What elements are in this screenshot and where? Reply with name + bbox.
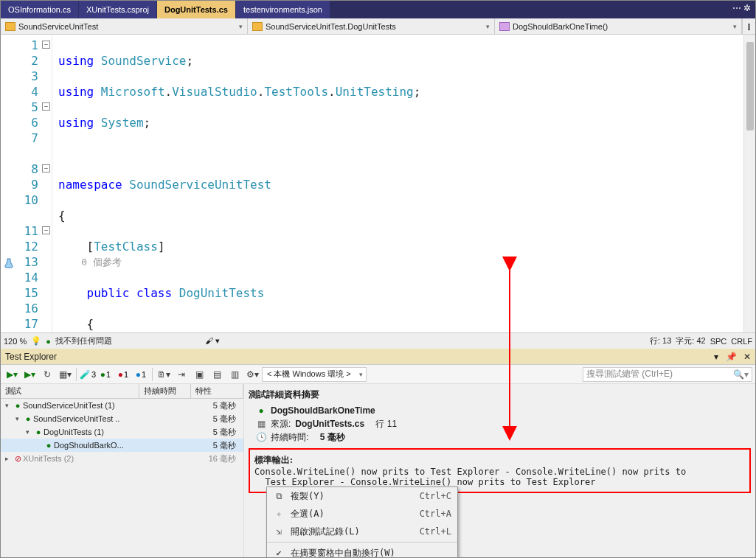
col-duration[interactable]: 持續時間 [139,384,191,398]
nav-namespace[interactable]: SoundServiceUnitTest▾ [1,18,248,34]
context-menu: ⧉複製(Y)Ctrl+C ✧全選(A)Ctrl+A ⇲開啟測試記錄(L)Ctrl… [266,486,458,558]
editor-status-bar: 120 % 💡 ● 找不到任何問題 🖌 ▾ 行: 13 字元: 42 SPC C… [1,332,755,349]
output-box: 標準輸出: Console.WriteLine() now prits to T… [249,448,751,493]
vertical-scrollbar[interactable] [743,35,755,332]
cursor-line: 行: 13 [650,335,671,346]
source-line: 行 11 [375,418,397,430]
test-explorer-body: 測試 持續時間 特性 ▾●SoundServiceUnitTest (1)5 毫… [1,384,755,558]
zoom-level[interactable]: 120 % [4,337,27,346]
col-traits[interactable]: 特性 [191,384,243,398]
indent-mode[interactable]: SPC [710,337,727,346]
tab-dogunit[interactable]: DogUnitTests.cs [157,1,236,18]
source-file[interactable]: DogUnitTests.cs [295,419,364,429]
test-tree-row[interactable]: ▸⊘XUnitTests (2)16 毫秒 [1,452,243,465]
menu-select-all[interactable]: ✧全選(A)Ctrl+A [267,505,457,523]
playlist-button[interactable]: ▦▾ [57,366,73,383]
document-tabs: OSInformation.cs XUnitTests.csproj DogUn… [1,1,755,18]
views-button[interactable]: 🗎▾ [156,366,172,383]
pass-icon: ● [256,405,266,416]
nav-method-label: DogShouldBarkOneTime() [513,22,608,31]
search-icon: 🔍▾ [733,369,749,380]
cursor-col: 字元: 42 [676,335,705,346]
flask-total[interactable]: 🧪3 [80,366,96,383]
source-label: 來源: [271,418,291,430]
check-icon: ✔ [273,548,285,558]
test-search-input[interactable]: 搜尋測試總管 (Ctrl+E)🔍▾ [583,367,752,382]
select-icon: ✧ [273,509,285,519]
test-detail: 測試詳細資料摘要 ●DogShouldBarkOneTime ▦來源: DogU… [244,384,755,558]
menu-copy[interactable]: ⧉複製(Y)Ctrl+C [267,487,457,505]
environment-select[interactable]: < 本機 Windows 環境 > [262,367,367,382]
tree-header: 測試 持續時間 特性 [1,384,243,399]
close-icon[interactable]: ✕ [743,352,751,362]
pin-icon[interactable]: 📌 [726,352,737,362]
issues-label: 找不到任何問題 [55,335,112,346]
duration-label: 持續時間: [271,431,308,444]
tree-rows: ▾●SoundServiceUnitTest (1)5 毫秒▾●SoundSer… [1,399,243,558]
test-tree-row[interactable]: ▾●DogUnitTests (1)5 毫秒 [1,425,243,439]
gutter: 1− 2 3 4 5− 6 7 8− 9 10 11− 12 13 14 15 … [1,35,52,332]
run-button[interactable]: ▶▾ [21,366,38,383]
output-label: 標準輸出: [254,454,745,467]
col-test[interactable]: 測試 [1,384,139,398]
repeat-button[interactable]: ↻ [39,366,55,383]
code-editor: 1− 2 3 4 5− 6 7 8− 9 10 11− 12 13 14 15 … [1,35,755,332]
tab-osinfo[interactable]: OSInformation.cs [1,1,79,18]
menu-wrap[interactable]: ✔在摘要窗格中自動換行(W) [267,544,457,558]
tab-testenv[interactable]: testenvironments.json [236,1,330,18]
test-tree-row[interactable]: ▾●SoundServiceUnitTest (1)5 毫秒 [1,399,243,412]
nav-method[interactable]: DogShouldBarkOneTime()▾ [495,18,742,34]
split-icon[interactable]: ⫿ [742,18,755,34]
autohide-icon[interactable]: ▾ [714,352,718,362]
tab-xunit[interactable]: XUnitTests.csproj [79,1,157,18]
source-icon: ▦ [256,419,266,429]
code-area[interactable]: using SoundService; using Microsoft.Visu… [52,35,743,332]
layout3-button[interactable]: ▥ [226,366,243,383]
settings-button[interactable]: ⚙▾ [244,366,260,383]
fail-count[interactable]: ●1 [115,366,131,383]
test-tree: 測試 持續時間 特性 ▾●SoundServiceUnitTest (1)5 毫… [1,384,244,558]
test-explorer-toolbar: ▶▾ ▶▾ ↻ ▦▾ 🧪3 ●1 ●1 ●1 🗎▾ ⇥ ▣ ▤ ▥ ⚙▾ < 本… [1,365,755,384]
test-icon[interactable] [4,257,14,267]
clock-icon: 🕓 [256,432,266,442]
info-count[interactable]: ●1 [133,366,149,383]
nav-bar: SoundServiceUnitTest▾ SoundServiceUnitTe… [1,18,755,35]
layout1-button[interactable]: ▣ [191,366,207,383]
brush-icon[interactable]: 🖌 ▾ [205,336,220,346]
codelens-ref[interactable]: 0 個參考 [58,254,743,270]
detail-heading: 測試詳細資料摘要 [249,388,751,401]
nav-class[interactable]: SoundServiceUnitTest.DogUnitTests▾ [248,18,495,34]
run-all-button[interactable]: ▶▾ [4,366,20,383]
log-icon: ⇲ [273,526,285,537]
copy-icon: ⧉ [273,491,285,501]
output-text[interactable]: Console.WriteLine() now prits to Test Ex… [254,467,745,487]
test-explorer-header: Test Explorer ▾ 📌 ✕ [1,349,755,365]
issues-indicator[interactable]: ● [46,337,51,346]
duration-value: 5 毫秒 [320,431,345,444]
menu-open-log[interactable]: ⇲開啟測試記錄(L)Ctrl+L [267,523,457,540]
nav-class-label: SoundServiceUnitTest.DogUnitTests [266,22,396,31]
layout2-button[interactable]: ▤ [209,366,225,383]
lightbulb-icon[interactable]: 💡 [31,336,41,346]
pass-count[interactable]: ●1 [97,366,114,383]
test-explorer-title: Test Explorer [5,352,57,362]
group-button[interactable]: ⇥ [173,366,190,383]
tab-options-icon[interactable]: ⋯ ✲ [728,1,755,18]
nav-namespace-label: SoundServiceUnitTest [18,22,98,31]
test-tree-row[interactable]: ●DogShouldBarkO...5 毫秒 [1,439,243,452]
line-ending[interactable]: CRLF [731,337,752,346]
detail-test-name: DogShouldBarkOneTime [271,405,375,416]
test-tree-row[interactable]: ▾●SoundServiceUnitTest ..5 毫秒 [1,412,243,425]
